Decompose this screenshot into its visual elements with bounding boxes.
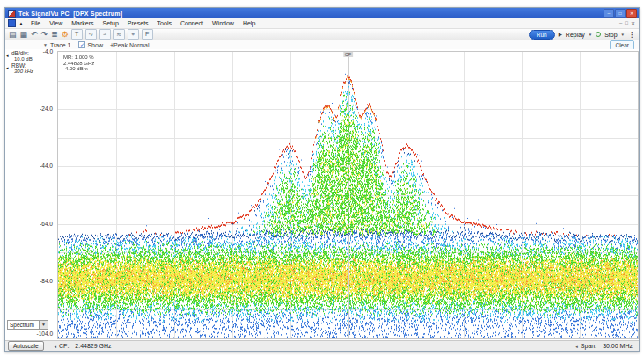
mdi-restore-button[interactable]: □ — [625, 20, 628, 26]
cf-axis-label: CF — [343, 52, 353, 57]
dpx-canvas[interactable] — [58, 52, 638, 338]
settings-gear-icon[interactable]: ⚙ — [62, 30, 69, 40]
db-div-value[interactable]: 10.0 dB — [14, 56, 33, 62]
app-title-text: Tek SignalVu PC — [18, 11, 70, 17]
window-title: Tek SignalVu PC [DPX Spectrum] — [18, 11, 122, 17]
app-menu-icon[interactable] — [8, 19, 16, 27]
rbw-value[interactable]: 300 kHz — [14, 69, 33, 74]
menu-presets[interactable]: Presets — [123, 20, 153, 26]
overflow-menu-icon[interactable]: ⋮ — [628, 31, 635, 39]
minimize-button[interactable]: – — [604, 9, 614, 18]
document-title-text: [DPX Spectrum] — [73, 11, 122, 17]
acquisition-controls: Run ▶ Replay ▼ Stop ▼ ⋮ — [529, 30, 635, 40]
view-selector[interactable]: Spectrum ▼ — [7, 320, 48, 330]
replay-button[interactable]: Replay — [566, 32, 585, 38]
y-axis-tick-label: -64.0 — [5, 221, 53, 227]
menu-markers[interactable]: Markers — [67, 20, 98, 26]
mdi-window-controls: – □ ✕ — [619, 20, 635, 26]
y-axis-tick-label: -104.0 — [5, 331, 53, 337]
menu-setup[interactable]: Setup — [99, 20, 123, 26]
acquire-icon[interactable]: ⌖ — [128, 29, 139, 40]
title-bar[interactable]: Tek SignalVu PC [DPX Spectrum] – □ ✕ — [5, 8, 639, 18]
span-collapse-icon[interactable]: ◂ — [575, 344, 578, 349]
replay-icon: ▶ — [559, 32, 562, 37]
view-selector-value: Spectrum — [10, 322, 34, 328]
trace-label[interactable]: Trace 1 — [50, 42, 70, 48]
close-button[interactable]: ✕ — [626, 9, 637, 18]
run-button[interactable]: Run — [529, 30, 555, 40]
cf-collapse-icon[interactable]: ◂ — [55, 344, 57, 349]
menu-bar: ▲ File View Markers Setup Presets Tools … — [5, 18, 639, 29]
trigger-icon[interactable]: T — [71, 29, 83, 40]
autoscale-button[interactable]: Autoscale — [8, 341, 44, 351]
detection-mode-label[interactable]: +Peak Normal — [110, 42, 150, 48]
mdi-minimize-button[interactable]: – — [619, 20, 622, 26]
menu-help[interactable]: Help — [238, 20, 260, 26]
trace-collapse-icon[interactable]: ▼ — [43, 42, 48, 47]
span-readout: ◂ Span: 30.00 MHz — [575, 343, 633, 349]
analysis-icon[interactable]: ≈ — [99, 29, 111, 40]
y-axis-tick-label: -24.0 — [5, 105, 53, 112]
show-label: Show — [87, 42, 103, 48]
menu-file[interactable]: File — [26, 20, 45, 26]
mdi-close-button[interactable]: ✕ — [631, 20, 635, 26]
cf-label: CF: — [59, 343, 69, 349]
stop-icon — [596, 32, 601, 37]
maximize-button[interactable]: □ — [615, 9, 626, 18]
spectrum-plot: CF MR: 1.000 % 2.44828 GHz -4.00 dBm — [57, 51, 639, 339]
y-axis-tick-label: -4.0 — [5, 48, 53, 54]
show-checkbox[interactable]: ✓ — [78, 41, 85, 48]
app-window: Tek SignalVu PC [DPX Spectrum] – □ ✕ ▲ F… — [4, 7, 640, 352]
window-controls: – □ ✕ — [604, 9, 637, 18]
spectrum-display-icon[interactable]: ∿ — [85, 29, 97, 40]
open-icon[interactable]: ▤ — [9, 30, 17, 40]
stop-dropdown-icon[interactable]: ▼ — [621, 33, 625, 37]
span-value[interactable]: 30.00 MHz — [603, 343, 633, 349]
replay-dropdown-icon[interactable]: ▼ — [589, 33, 592, 37]
stop-button[interactable]: Stop — [604, 32, 617, 38]
menu-connect[interactable]: Connect — [176, 20, 208, 26]
toolbar-icons: ▤▦↶↷≣⚙T∿≈≋⌖F — [5, 29, 153, 40]
span-label: Span: — [581, 343, 596, 349]
iq-waveform-icon[interactable]: ≋ — [113, 29, 125, 40]
status-bar: Autoscale ◂ CF: 2.44829 GHz ◂ Span: 30.0… — [5, 340, 639, 351]
menu-window[interactable]: Window — [208, 20, 238, 26]
view-selector-dropdown-icon[interactable]: ▼ — [39, 321, 48, 329]
y-axis-tick-label: -44.0 — [5, 163, 53, 169]
toolbar: ▤▦↶↷≣⚙T∿≈≋⌖F Run ▶ Replay ▼ Stop ▼ ⋮ — [5, 29, 639, 40]
save-icon[interactable]: ▦ — [20, 30, 28, 40]
y-axis-tick-label: -84.0 — [5, 278, 53, 284]
rbw-collapse-icon[interactable]: ◂ — [6, 65, 9, 70]
collapse-triangle-icon[interactable]: ▲ — [18, 21, 24, 26]
trace-bar: ▼ Trace 1 ✓ Show +Peak Normal Clear — [5, 40, 639, 49]
desktop: Tek SignalVu PC [DPX Spectrum] – □ ✕ ▲ F… — [0, 0, 644, 356]
cf-value[interactable]: 2.44829 GHz — [75, 343, 111, 349]
display-area: ◂ dB/div: 10.0 dB ◂ RBW: 300 kHz -4.0-24… — [5, 49, 639, 340]
print-icon[interactable]: ≣ — [51, 30, 58, 40]
markers-icon[interactable]: F — [142, 29, 153, 40]
menu-items: File View Markers Setup Presets Tools Co… — [26, 20, 260, 26]
cf-readout: ◂ CF: 2.44829 GHz — [55, 343, 112, 349]
redo-icon[interactable]: ↷ — [41, 30, 48, 40]
marker-amplitude: -4.00 dBm — [63, 66, 94, 72]
menu-tools[interactable]: Tools — [153, 20, 176, 26]
marker-density: MR: 1.000 % — [63, 54, 94, 61]
rbw-label: RBW: — [11, 62, 26, 69]
app-icon — [8, 10, 16, 18]
undo-icon[interactable]: ↶ — [31, 30, 38, 40]
marker-readout: MR: 1.000 % 2.44828 GHz -4.00 dBm — [63, 54, 94, 72]
menu-view[interactable]: View — [45, 20, 67, 26]
